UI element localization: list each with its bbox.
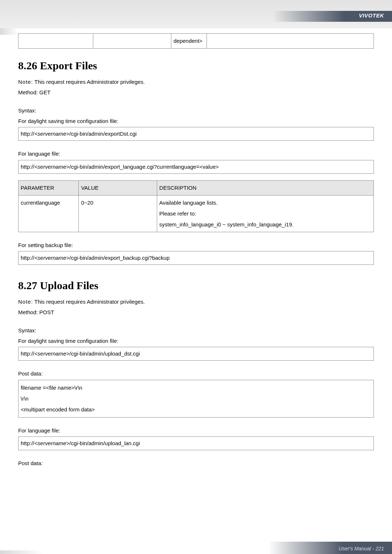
desc-line1: Available language lists. bbox=[159, 200, 218, 206]
method-826: Method: GET bbox=[18, 87, 374, 98]
orphan-cell-1 bbox=[19, 34, 93, 49]
lang-label-827: For language file: bbox=[18, 426, 374, 436]
post-data-label-2: Post data: bbox=[18, 458, 374, 469]
post-line1: filename =<file name>\r\n bbox=[21, 385, 82, 391]
orphan-table-row: dependent> bbox=[18, 33, 374, 49]
lang-url-box-827: http://<servername>/cgi-bin/admin/upload… bbox=[18, 436, 374, 450]
footer-text: User's Manual - 221 bbox=[339, 546, 384, 551]
td-parameter: currentlanguage bbox=[19, 195, 79, 232]
url-post: /cgi-bin/admin/exportDst.cgi bbox=[69, 131, 136, 137]
orphan-cell-2 bbox=[93, 34, 171, 49]
url-srv: <servername> bbox=[34, 131, 70, 137]
dst-label-827: For daylight saving time configuration f… bbox=[18, 336, 374, 346]
orphan-cell-4 bbox=[207, 34, 373, 49]
note-label: Note: bbox=[18, 79, 33, 85]
post-line3: <multipart encoded form data> bbox=[21, 406, 95, 413]
orphan-cell-3: dependent> bbox=[171, 34, 207, 49]
table-header-row: PARAMETER VALUE DESCRIPTION bbox=[19, 180, 374, 195]
top-bar: VIVOTEK bbox=[0, 0, 392, 28]
dst-url-box-827: http://<servername>/cgi-bin/admin/upload… bbox=[18, 347, 374, 361]
url-pre: http:// bbox=[21, 131, 34, 137]
note-text: This request requires Administrator priv… bbox=[33, 79, 145, 85]
lang-url-box-826: http://<servername>/cgi-bin/admin/export… bbox=[18, 160, 374, 174]
post-data-box: filename =<file name>\r\n \r\n <multipar… bbox=[18, 380, 374, 418]
heading-826: 8.26 Export Files bbox=[18, 59, 374, 72]
url-pre: http:// bbox=[21, 164, 34, 170]
url-srv: <servername> bbox=[34, 255, 70, 261]
th-description: DESCRIPTION bbox=[157, 180, 373, 195]
note-827: Note: This request requires Administrato… bbox=[18, 297, 374, 307]
table-row: currentlanguage 0~20 Available language … bbox=[19, 195, 374, 232]
note-label: Note: bbox=[18, 299, 33, 305]
td-value: 0~20 bbox=[79, 195, 157, 232]
url-post: /cgi-bin/admin/export_language.cgi?curre… bbox=[69, 164, 219, 170]
content-area: dependent> 8.26 Export Files Note: This … bbox=[0, 28, 392, 483]
th-value: VALUE bbox=[79, 180, 157, 195]
page: VIVOTEK dependent> 8.26 Export Files Not… bbox=[0, 0, 392, 554]
method-827: Method: POST bbox=[18, 307, 374, 318]
th-parameter: PARAMETER bbox=[19, 180, 79, 195]
heading-827: 8.27 Upload Files bbox=[18, 279, 374, 292]
td-description: Available language lists. Please refer t… bbox=[157, 195, 373, 232]
note-text: This request requires Administrator priv… bbox=[33, 299, 145, 305]
desc-line2: Please refer to: bbox=[159, 210, 196, 217]
dst-label-826: For daylight saving time configuration f… bbox=[18, 116, 374, 127]
url-pre: http:// bbox=[21, 350, 34, 357]
note-826: Note: This request requires Administrato… bbox=[18, 77, 374, 87]
param-table-826: PARAMETER VALUE DESCRIPTION currentlangu… bbox=[18, 180, 374, 232]
url-pre: http:// bbox=[21, 440, 34, 446]
post-line2: \r\n bbox=[21, 395, 29, 402]
url-srv: <servername> bbox=[34, 164, 70, 170]
url-post: /cgi-bin/admin/upload_lan.cgi bbox=[69, 440, 140, 446]
url-post: /cgi-bin/admin/export_backup.cgi?backup bbox=[69, 255, 170, 261]
url-srv: <servername> bbox=[34, 440, 70, 446]
desc-line3: system_info_language_i0 ~ system_info_la… bbox=[159, 221, 294, 227]
url-srv: <servername> bbox=[34, 350, 70, 357]
syntax-label-827: Syntax: bbox=[18, 325, 374, 336]
brand-text: VIVOTEK bbox=[359, 12, 384, 19]
backup-label-826: For setting backup file: bbox=[18, 240, 374, 251]
url-pre: http:// bbox=[21, 255, 34, 261]
footer-corner-shade bbox=[0, 550, 44, 554]
post-data-label: Post data: bbox=[18, 369, 374, 379]
syntax-label-826: Syntax: bbox=[18, 106, 374, 116]
corner-shade bbox=[0, 28, 18, 35]
dst-url-box-826: http://<servername>/cgi-bin/admin/export… bbox=[18, 127, 374, 141]
url-post: /cgi-bin/admin/upload_dst.cgi bbox=[69, 350, 140, 357]
lang-label-826: For language file: bbox=[18, 149, 374, 159]
backup-url-box-826: http://<servername>/cgi-bin/admin/export… bbox=[18, 251, 374, 265]
